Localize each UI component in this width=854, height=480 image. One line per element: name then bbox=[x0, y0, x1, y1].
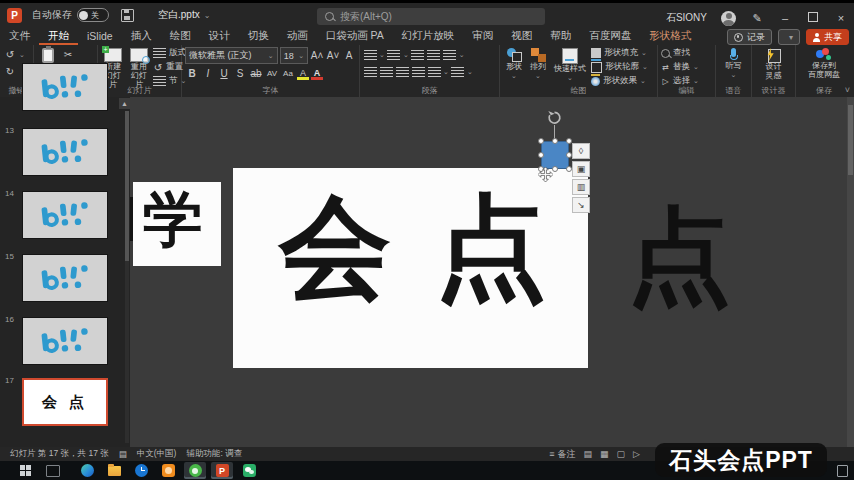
tab-review[interactable]: 审阅 bbox=[463, 27, 502, 45]
align-right-button[interactable] bbox=[395, 64, 409, 79]
scroll-up-icon[interactable]: ▲ bbox=[119, 98, 130, 109]
character-spacing-button[interactable]: AV bbox=[265, 66, 279, 81]
avatar[interactable] bbox=[721, 11, 736, 26]
reuse-slides-button[interactable]: 重用 幻灯片 bbox=[127, 47, 151, 90]
shape-fill-button[interactable]: 形状填充⌄ bbox=[591, 47, 648, 59]
slide-text-char-2[interactable]: 点 bbox=[435, 192, 547, 304]
replace-button[interactable]: ⇄替换⌄ bbox=[661, 61, 712, 73]
shapes-button[interactable]: 形状 ⌄ bbox=[503, 47, 525, 81]
numbering-button[interactable] bbox=[387, 47, 401, 62]
shrink-font-button[interactable]: A˅ bbox=[326, 48, 340, 63]
strikethrough-button[interactable]: ab bbox=[249, 66, 263, 81]
reading-view-button[interactable]: ▢ bbox=[617, 449, 626, 459]
font-name-combo[interactable]: 微软雅黑 (正文)⌄ bbox=[185, 47, 278, 64]
offslide-white-box[interactable]: 学 bbox=[133, 182, 221, 266]
tab-slideshow[interactable]: 幻灯片放映 bbox=[393, 27, 464, 45]
user-name[interactable]: 石SIONY bbox=[666, 11, 707, 25]
tab-design[interactable]: 设计 bbox=[200, 27, 239, 45]
powerpoint-taskbar-button[interactable]: P bbox=[211, 462, 233, 479]
underline-button[interactable]: U bbox=[217, 66, 231, 81]
text-shadow-button[interactable]: S bbox=[233, 66, 247, 81]
justify-button[interactable] bbox=[411, 64, 425, 79]
select-arrow-button[interactable]: ↘ bbox=[572, 197, 590, 213]
change-case-button[interactable]: Aa bbox=[281, 66, 295, 81]
save-to-netdisk-button[interactable]: 保存到 百度网盘 bbox=[799, 47, 849, 80]
start-button[interactable] bbox=[14, 462, 36, 479]
resize-handle-w[interactable] bbox=[538, 152, 544, 158]
grow-font-button[interactable]: A˄ bbox=[310, 48, 324, 63]
language-indicator[interactable]: 中文(中国) bbox=[137, 448, 177, 460]
font-size-combo[interactable]: 18⌄ bbox=[280, 47, 308, 64]
find-button[interactable]: 查找 bbox=[661, 47, 712, 59]
tab-islide[interactable]: iSlide bbox=[78, 27, 122, 45]
normal-view-button[interactable]: ▤ bbox=[584, 449, 593, 459]
text-highlight-button[interactable]: A bbox=[297, 68, 309, 80]
edit-mode-icon[interactable]: ✎ bbox=[750, 12, 764, 25]
slideshow-view-button[interactable]: ▷ bbox=[633, 449, 640, 459]
task-view-button[interactable] bbox=[42, 462, 64, 479]
tab-shape-format[interactable]: 形状格式 bbox=[640, 27, 700, 45]
align-center-button[interactable] bbox=[379, 64, 393, 79]
text-direction-button[interactable] bbox=[451, 64, 465, 79]
slide-thumbnail-partial[interactable] bbox=[22, 63, 108, 111]
rotate-handle-icon[interactable] bbox=[547, 110, 562, 125]
search-input[interactable]: 搜索(Alt+Q) bbox=[317, 8, 545, 25]
position-button[interactable]: ▣ bbox=[572, 161, 590, 177]
resize-handle-n[interactable] bbox=[552, 138, 558, 144]
slide-17-canvas[interactable]: 会 点 bbox=[233, 168, 588, 368]
tab-animations[interactable]: 动画 bbox=[278, 27, 317, 45]
slide-text-char-1[interactable]: 会 bbox=[279, 192, 391, 304]
file-explorer-button[interactable] bbox=[103, 462, 125, 479]
slide-thumbnail-15[interactable] bbox=[22, 254, 108, 302]
canvas-scrollbar-thumb[interactable] bbox=[848, 105, 853, 175]
restore-button[interactable] bbox=[806, 12, 820, 24]
quick-styles-button[interactable]: 快速样式 ⌄ bbox=[551, 47, 589, 83]
record-button[interactable]: 记录 bbox=[727, 29, 772, 45]
slide-thumbnail-16[interactable] bbox=[22, 317, 108, 365]
slide-sorter-view-button[interactable]: ▦ bbox=[600, 449, 609, 459]
minimize-button[interactable]: – bbox=[778, 12, 792, 24]
autosave-toggle[interactable]: 关 bbox=[77, 8, 109, 22]
collapse-ribbon-icon[interactable]: ˅ bbox=[845, 85, 850, 95]
duplicate-button[interactable]: ▥ bbox=[572, 179, 590, 195]
slide-thumbnail-17-selected[interactable]: 会 点 bbox=[22, 378, 108, 426]
panel-scrollbar[interactable] bbox=[125, 111, 129, 443]
canvas-scrollbar[interactable] bbox=[847, 97, 854, 447]
clock-app-button[interactable] bbox=[130, 462, 152, 479]
notes-button[interactable]: ≡ 备注 bbox=[549, 448, 575, 461]
edge-taskbar-button[interactable] bbox=[76, 462, 98, 479]
tab-insert[interactable]: 插入 bbox=[122, 27, 161, 45]
italic-button[interactable]: I bbox=[201, 66, 215, 81]
partial-character[interactable]: 学 bbox=[143, 190, 203, 250]
resize-handle-nw[interactable] bbox=[538, 138, 544, 144]
tab-baidu-netdisk[interactable]: 百度网盘 bbox=[580, 27, 640, 45]
close-button[interactable]: × bbox=[834, 12, 848, 24]
tray-icon[interactable] bbox=[837, 465, 848, 477]
tab-draw[interactable]: 绘图 bbox=[161, 27, 200, 45]
panel-scrollbar-thumb[interactable] bbox=[125, 111, 129, 261]
dictate-button[interactable]: 听写 ⌄ bbox=[719, 47, 748, 80]
share-button[interactable]: 共享 bbox=[806, 29, 849, 45]
accessibility-status[interactable]: 辅助功能: 调查 bbox=[186, 448, 242, 460]
green-app-button[interactable] bbox=[184, 462, 206, 479]
undo-button[interactable]: ↺ bbox=[3, 47, 17, 62]
slide-thumbnail-13[interactable] bbox=[22, 128, 108, 176]
design-ideas-button[interactable]: 设计 灵感 bbox=[755, 47, 792, 81]
tab-view[interactable]: 视图 bbox=[502, 27, 541, 45]
wechat-button[interactable] bbox=[238, 462, 260, 479]
save-icon[interactable] bbox=[121, 9, 134, 22]
tab-transitions[interactable]: 切换 bbox=[239, 27, 278, 45]
redo-button[interactable]: ↻ bbox=[3, 64, 17, 79]
align-left-button[interactable] bbox=[363, 64, 377, 79]
arrange-button[interactable]: 排列 ⌄ bbox=[527, 47, 549, 81]
line-spacing-button[interactable] bbox=[443, 47, 457, 62]
columns-button[interactable] bbox=[427, 64, 441, 79]
slide-thumbnail-14[interactable] bbox=[22, 191, 108, 239]
tab-file[interactable]: 文件 bbox=[0, 27, 39, 45]
font-color-button[interactable]: A bbox=[311, 68, 323, 80]
increase-indent-button[interactable] bbox=[427, 47, 441, 62]
record-options-button[interactable]: ▾ bbox=[778, 29, 800, 45]
clear-formatting-button[interactable]: A bbox=[342, 48, 356, 63]
tab-pocket-animation[interactable]: 口袋动画 PA bbox=[317, 27, 393, 45]
shape-outline-button[interactable]: 形状轮廓⌄ bbox=[591, 61, 648, 73]
